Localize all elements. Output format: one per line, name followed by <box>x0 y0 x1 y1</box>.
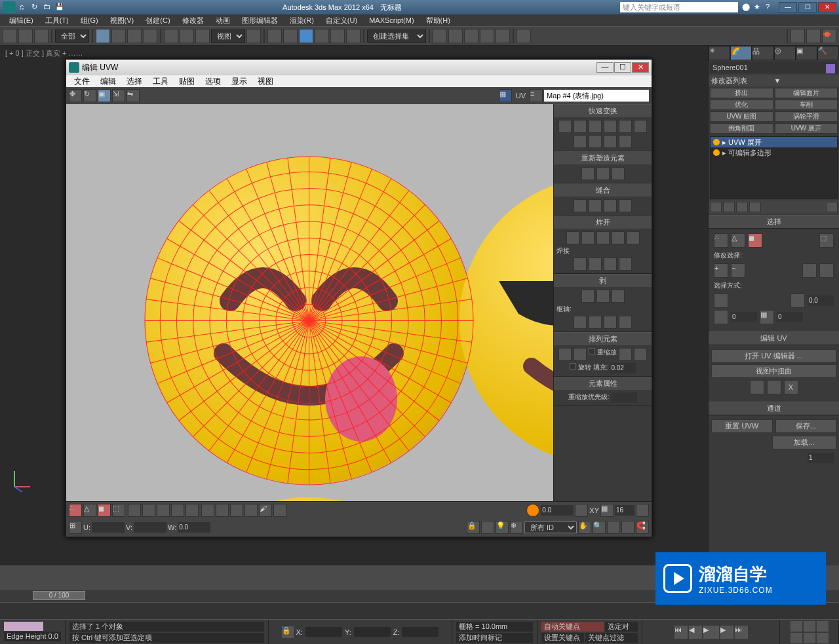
abs-rel-icon[interactable]: ⊞ <box>69 521 82 534</box>
render-frame-icon[interactable] <box>806 29 821 43</box>
select-name-icon[interactable] <box>111 29 126 43</box>
menu-item[interactable]: 图形编辑器 <box>237 15 283 26</box>
align-icon[interactable] <box>619 120 632 133</box>
viewport-nav-icon[interactable] <box>790 633 802 643</box>
make-unique-icon[interactable] <box>736 202 748 212</box>
tool-icon[interactable] <box>273 504 286 517</box>
menu-item[interactable]: 文件 <box>69 75 95 87</box>
uvw-toolbar[interactable]: ✥ ↻ ▣ ⇲ ⇋ ▦ UV ≡ Map #4 (表情.jpg) <box>66 87 652 104</box>
qat-icon[interactable]: ↻ <box>31 3 41 12</box>
pack-icon[interactable] <box>634 348 647 361</box>
padding-spinner[interactable]: 0.02 <box>610 363 636 373</box>
percent-snap-icon[interactable] <box>330 29 345 43</box>
curve-editor-icon[interactable] <box>480 29 494 43</box>
utilities-tab[interactable]: 🔨 <box>817 46 839 60</box>
qat-icon[interactable]: 💾 <box>55 3 64 12</box>
maximize-button[interactable]: ☐ <box>798 2 817 12</box>
stack-toolbar[interactable] <box>709 200 839 214</box>
auto-key-button[interactable]: 自动关键点 <box>541 622 604 632</box>
x-button[interactable]: X <box>784 380 798 394</box>
tool-icon[interactable] <box>230 504 243 517</box>
break-icon[interactable] <box>566 231 579 244</box>
manipulate-icon[interactable] <box>267 29 282 43</box>
stitch-icon[interactable] <box>619 199 632 212</box>
tool-icon[interactable] <box>244 504 258 517</box>
align-icon[interactable] <box>558 120 572 133</box>
select-tool[interactable] <box>96 29 110 43</box>
uvw-bottom-toolbar[interactable]: ∴ △ ◼ ⬚ 🖌 0.0 XY ▦ 16 <box>66 501 652 537</box>
checkbox[interactable] <box>589 348 595 354</box>
selection-filter-combo[interactable]: 全部 <box>55 29 89 43</box>
display-tab[interactable]: ▣ <box>796 46 817 60</box>
modifier-button[interactable]: UVW 展开 <box>775 123 838 134</box>
menu-item[interactable]: 工具 <box>147 75 174 87</box>
rollout-header[interactable]: 重新塑造元素 <box>554 151 652 164</box>
color-swatch[interactable] <box>4 622 43 631</box>
modifier-stack-item[interactable]: ▸ 可编辑多边形 <box>711 147 837 158</box>
checker-icon[interactable]: ▦ <box>499 89 512 102</box>
tool-icon[interactable] <box>157 504 170 517</box>
redo-icon[interactable] <box>18 29 33 43</box>
lock-icon[interactable]: 🔒 <box>467 521 480 534</box>
link-icon[interactable] <box>34 29 49 43</box>
ring-icon[interactable] <box>802 263 817 278</box>
light-icon[interactable]: 💡 <box>496 521 509 534</box>
menu-item[interactable]: 视图 <box>252 75 279 87</box>
material-editor-icon[interactable] <box>517 29 531 43</box>
u-field[interactable] <box>92 522 125 533</box>
edge-height-field[interactable]: Edge Height 0.0 <box>4 632 61 641</box>
pack-icon[interactable] <box>619 348 632 361</box>
planar-icon[interactable] <box>714 294 728 308</box>
magnet-icon[interactable]: 🧲 <box>636 521 649 534</box>
w-field[interactable]: 0.0 <box>178 522 210 533</box>
main-toolbar[interactable]: 全部 视图 创建选择集 🫖 <box>0 26 839 46</box>
break-icon[interactable] <box>612 231 625 244</box>
viewport-nav-icon[interactable] <box>790 621 802 632</box>
freeform-icon[interactable]: ⇲ <box>112 89 125 102</box>
prev-frame-icon[interactable]: ◀ <box>689 626 702 639</box>
relax-icon[interactable] <box>596 167 610 180</box>
peel-icon[interactable] <box>612 290 625 303</box>
object-color-swatch[interactable] <box>826 64 835 73</box>
peel-icon[interactable] <box>581 290 595 303</box>
zoom-region-icon[interactable] <box>607 521 620 534</box>
tool-icon[interactable] <box>185 504 199 517</box>
pack-icon[interactable] <box>574 348 587 361</box>
peel-icon[interactable] <box>596 290 610 303</box>
distortion-button[interactable]: 视图中扭曲 <box>711 364 836 378</box>
zoom-icon[interactable]: 🔍 <box>593 521 606 534</box>
grid-icon[interactable]: ▦ <box>600 504 614 517</box>
open-uv-editor-button[interactable]: 打开 UV 编辑器 ... <box>711 349 836 363</box>
menu-item[interactable]: 动画 <box>210 15 235 26</box>
allid-combo[interactable]: 所有 ID <box>524 521 577 533</box>
tool-icon[interactable] <box>216 504 229 517</box>
menu-item[interactable]: 组(G) <box>75 15 104 26</box>
star-icon[interactable]: ★ <box>754 3 763 12</box>
snap-toggle[interactable] <box>299 29 313 43</box>
menu-item[interactable]: 编辑(E) <box>4 15 39 26</box>
align-icon[interactable] <box>448 29 463 43</box>
rotate-icon[interactable]: ↻ <box>83 89 96 102</box>
align-icon[interactable] <box>589 120 602 133</box>
break-icon[interactable] <box>627 231 640 244</box>
menu-item[interactable]: 选项 <box>200 75 226 87</box>
grow-icon[interactable]: + <box>714 263 728 278</box>
pelt-icon[interactable] <box>767 380 781 394</box>
uvw-side-panel[interactable]: 快速变换 重新塑造元素 缝合 炸开 焊接 剥 枢轴: 排列元素 <box>553 104 652 501</box>
priority-spinner[interactable] <box>611 392 637 403</box>
menu-item[interactable]: 视图(V) <box>105 15 140 26</box>
flip-icon[interactable] <box>589 135 602 148</box>
rollout-header[interactable]: 剥 <box>554 274 652 287</box>
reset-uvw-button[interactable]: 重置 UVW <box>711 419 773 433</box>
goto-start-icon[interactable]: ⏮ <box>674 626 688 639</box>
tool-icon[interactable] <box>575 504 588 517</box>
uv-wireframe[interactable] <box>144 155 475 486</box>
named-selection-combo[interactable]: 创建选择集 <box>367 29 426 43</box>
menu-item[interactable]: 工具(T) <box>40 15 74 26</box>
uvw-menubar[interactable]: 文件编辑选择工具贴图选项显示视图 <box>66 75 652 87</box>
move-tool[interactable] <box>164 29 178 43</box>
help-icon[interactable]: ? <box>766 3 775 12</box>
spin-field[interactable]: 16 <box>615 505 634 516</box>
play-icon[interactable]: ▶ <box>703 626 719 639</box>
tool-icon[interactable] <box>142 504 155 517</box>
